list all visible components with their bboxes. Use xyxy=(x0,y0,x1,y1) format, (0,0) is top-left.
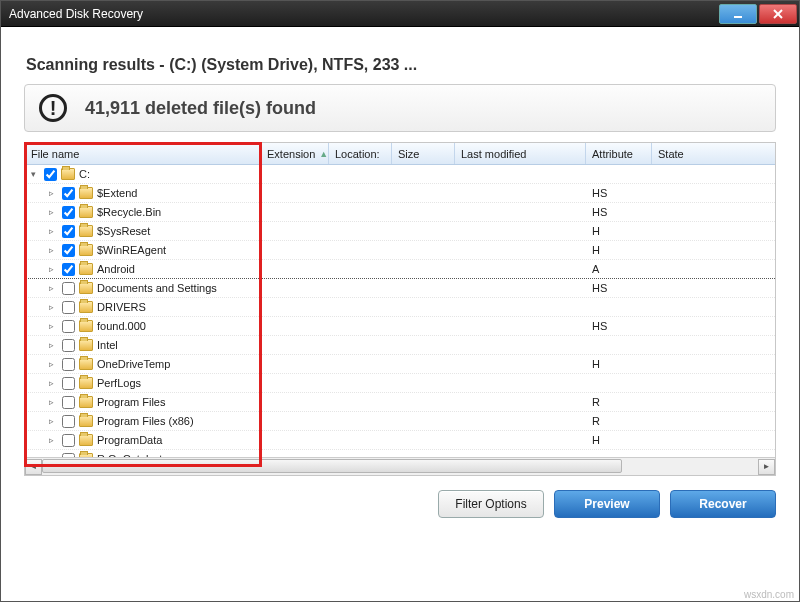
col-state[interactable]: State xyxy=(652,143,762,164)
expand-icon[interactable]: ▹ xyxy=(49,435,56,445)
cell-attribute: H xyxy=(586,358,652,370)
sort-asc-icon: ▲ xyxy=(319,149,328,159)
expand-icon[interactable]: ▹ xyxy=(49,302,56,312)
col-location[interactable]: Location: xyxy=(329,143,392,164)
cell-attribute: H xyxy=(586,225,652,237)
folder-icon xyxy=(79,301,93,313)
expand-icon[interactable]: ▹ xyxy=(49,416,56,426)
cell-filename: ▹$SysReset xyxy=(25,222,261,241)
expand-icon[interactable]: ▹ xyxy=(49,454,56,457)
folder-icon xyxy=(79,396,93,408)
expand-icon[interactable]: ▹ xyxy=(49,226,56,236)
row-checkbox[interactable] xyxy=(62,206,75,219)
folder-icon xyxy=(61,168,75,180)
col-modified[interactable]: Last modified xyxy=(455,143,586,164)
row-name-label: OneDriveTemp xyxy=(97,358,170,370)
preview-button[interactable]: Preview xyxy=(554,490,660,518)
row-name-label: C: xyxy=(79,168,90,180)
table-row[interactable]: ▹$Recycle.BinHS xyxy=(25,203,775,222)
row-name-label: Program Files xyxy=(97,396,165,408)
col-extension[interactable]: Extension▲ xyxy=(261,143,329,164)
window-titlebar: Advanced Disk Recovery xyxy=(1,1,799,27)
row-name-label: $Recycle.Bin xyxy=(97,206,161,218)
table-row[interactable]: ▹$SysResetH xyxy=(25,222,775,241)
table-row[interactable]: ▹$WinREAgentH xyxy=(25,241,775,260)
table-row[interactable]: ▾C: xyxy=(25,165,775,184)
row-checkbox[interactable] xyxy=(62,339,75,352)
expand-icon[interactable]: ▹ xyxy=(49,264,56,274)
expand-icon[interactable]: ▹ xyxy=(49,321,56,331)
row-name-label: $Extend xyxy=(97,187,137,199)
row-checkbox[interactable] xyxy=(62,187,75,200)
row-checkbox[interactable] xyxy=(62,225,75,238)
row-checkbox[interactable] xyxy=(62,396,75,409)
cell-filename: ▾C: xyxy=(25,165,261,184)
table-row[interactable]: ▹Documents and SettingsHS xyxy=(25,279,775,298)
table-row[interactable]: ▹R.G. Catalyst xyxy=(25,450,775,457)
folder-icon xyxy=(79,225,93,237)
folder-icon xyxy=(79,244,93,256)
table-row[interactable]: ▹Intel xyxy=(25,336,775,355)
expand-icon[interactable]: ▹ xyxy=(49,340,56,350)
row-checkbox[interactable] xyxy=(62,453,75,458)
folder-icon xyxy=(79,377,93,389)
close-button[interactable] xyxy=(759,4,797,24)
row-checkbox[interactable] xyxy=(62,282,75,295)
cell-attribute: R xyxy=(586,415,652,427)
row-checkbox[interactable] xyxy=(62,301,75,314)
cell-filename: ▹Documents and Settings xyxy=(25,279,261,298)
col-size[interactable]: Size xyxy=(392,143,455,164)
folder-icon xyxy=(79,358,93,370)
scroll-track[interactable] xyxy=(42,459,758,475)
cell-filename: ▹DRIVERS xyxy=(25,298,261,317)
cell-filename: ▹ProgramData xyxy=(25,431,261,450)
cell-attribute: H xyxy=(586,434,652,446)
row-checkbox[interactable] xyxy=(62,377,75,390)
results-grid: File name Extension▲ Location: Size Last… xyxy=(24,142,776,476)
scroll-left-arrow[interactable]: ◄ xyxy=(25,459,42,475)
table-row[interactable]: ▹AndroidA xyxy=(25,260,775,279)
scroll-thumb[interactable] xyxy=(42,459,622,473)
row-checkbox[interactable] xyxy=(62,244,75,257)
minimize-button[interactable] xyxy=(719,4,757,24)
col-filename[interactable]: File name xyxy=(25,143,261,164)
expand-icon[interactable]: ▹ xyxy=(49,188,56,198)
row-checkbox[interactable] xyxy=(62,415,75,428)
table-row[interactable]: ▹PerfLogs xyxy=(25,374,775,393)
row-checkbox[interactable] xyxy=(62,358,75,371)
cell-filename: ▹OneDriveTemp xyxy=(25,355,261,374)
expand-icon[interactable]: ▹ xyxy=(49,359,56,369)
scroll-right-arrow[interactable]: ► xyxy=(758,459,775,475)
folder-icon xyxy=(79,320,93,332)
table-row[interactable]: ▹found.000HS xyxy=(25,317,775,336)
row-name-label: $WinREAgent xyxy=(97,244,166,256)
col-attribute[interactable]: Attribute xyxy=(586,143,652,164)
table-row[interactable]: ▹$ExtendHS xyxy=(25,184,775,203)
window-title: Advanced Disk Recovery xyxy=(9,7,143,21)
expand-icon[interactable]: ▹ xyxy=(49,207,56,217)
row-checkbox[interactable] xyxy=(62,263,75,276)
table-row[interactable]: ▹Program FilesR xyxy=(25,393,775,412)
table-row[interactable]: ▹DRIVERS xyxy=(25,298,775,317)
table-row[interactable]: ▹ProgramDataH xyxy=(25,431,775,450)
cell-filename: ▹Intel xyxy=(25,336,261,355)
expand-icon[interactable]: ▹ xyxy=(49,397,56,407)
recover-button[interactable]: Recover xyxy=(670,490,776,518)
horizontal-scrollbar[interactable]: ◄ ► xyxy=(25,457,775,475)
filter-options-button[interactable]: Filter Options xyxy=(438,490,544,518)
expand-icon[interactable]: ▹ xyxy=(49,245,56,255)
cell-filename: ▹PerfLogs xyxy=(25,374,261,393)
row-checkbox[interactable] xyxy=(62,320,75,333)
collapse-icon[interactable]: ▾ xyxy=(31,169,38,179)
row-checkbox[interactable] xyxy=(44,168,57,181)
table-row[interactable]: ▹OneDriveTempH xyxy=(25,355,775,374)
expand-icon[interactable]: ▹ xyxy=(49,283,56,293)
alert-icon: ! xyxy=(39,94,67,122)
row-checkbox[interactable] xyxy=(62,434,75,447)
results-body[interactable]: ▾C:▹$ExtendHS▹$Recycle.BinHS▹$SysResetH▹… xyxy=(25,165,775,457)
folder-icon xyxy=(79,282,93,294)
expand-icon[interactable]: ▹ xyxy=(49,378,56,388)
table-row[interactable]: ▹Program Files (x86)R xyxy=(25,412,775,431)
watermark: wsxdn.com xyxy=(744,589,794,600)
cell-filename: ▹R.G. Catalyst xyxy=(25,450,261,458)
